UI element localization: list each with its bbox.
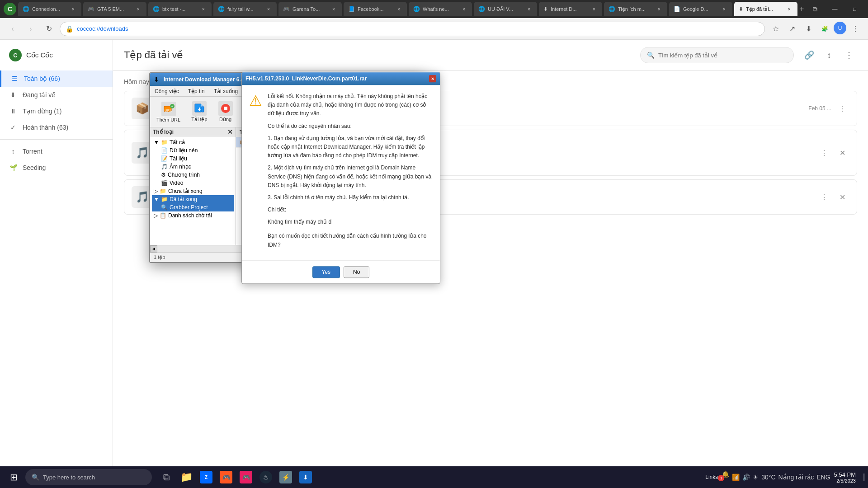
tab-close-icon[interactable]: ×	[70, 5, 77, 13]
sidebar-item-paused[interactable]: ⏸ Tạm dừng (1)	[0, 103, 113, 119]
tab-close-icon[interactable]: ×	[265, 5, 272, 13]
tab-whats-new[interactable]: 🌐 What's ne... ×	[409, 2, 472, 16]
back-button[interactable]: ‹	[5, 22, 20, 36]
taskbar-links-label: Links	[705, 474, 718, 480]
share-button[interactable]: ↗	[785, 22, 799, 36]
show-desktop-button[interactable]: ▕	[859, 474, 864, 481]
tab-garena[interactable]: 🎮 Garena To... ×	[278, 2, 342, 16]
idm-tree-all[interactable]: ▼ 📁 Tất cả	[152, 138, 234, 146]
minimize-button[interactable]: —	[826, 3, 844, 15]
tab-close-icon[interactable]: ×	[721, 5, 728, 13]
tab-close-icon[interactable]: ×	[395, 5, 402, 13]
taskbar-app-game1[interactable]: 🎮	[217, 468, 235, 486]
idm-tree-video[interactable]: 🎬 Video	[152, 179, 234, 187]
tab-google-docs[interactable]: 📄 Google D... ×	[669, 2, 732, 16]
taskbar-app-explorer[interactable]: 📁	[177, 468, 195, 486]
idm-tree-close-icon[interactable]: ✕	[227, 128, 233, 136]
address-bar[interactable]: 🔒 coccoc://downloads	[60, 22, 765, 36]
tab-tien-ich[interactable]: 🌐 Tiện ích m... ×	[604, 2, 667, 16]
download-more-btn[interactable]: ⋮	[817, 145, 831, 160]
tab-btx[interactable]: 🌐 btx test -... ×	[148, 2, 212, 16]
taskbar-app-task-view[interactable]: ⧉	[157, 468, 175, 486]
error-close-btn[interactable]: ✕	[429, 75, 436, 82]
idm-logo-icon: ⬇	[154, 76, 159, 83]
sidebar-item-all[interactable]: ☰ Toàn bộ (66)	[0, 70, 113, 87]
download-more-btn[interactable]: ⋮	[817, 190, 831, 204]
header-actions: 🔗 ↕ ⋮	[801, 47, 857, 63]
sidebar-item-torrent[interactable]: ↕ Torrent	[0, 143, 113, 160]
taskbar-network-icon[interactable]: 📶	[732, 474, 740, 481]
idm-add-url-btn[interactable]: URL + Thêm URL	[153, 100, 184, 124]
tab-close-icon[interactable]: ×	[200, 5, 207, 13]
tab-fairy[interactable]: 🌐 fairy tail w... ×	[213, 2, 277, 16]
restore-button[interactable]: ⧉	[806, 3, 824, 15]
forward-button[interactable]: ›	[24, 22, 38, 36]
download-close-btn[interactable]: ✕	[835, 190, 849, 204]
start-button[interactable]: ⊞	[4, 467, 24, 487]
taskbar-search[interactable]: 🔍 Type here to search	[25, 469, 152, 485]
tab-close-icon[interactable]: ×	[525, 5, 533, 13]
sidebar-item-seeding[interactable]: 🌱 Seeding	[0, 160, 113, 176]
taskbar-app-game2[interactable]: 🎮	[237, 468, 255, 486]
refresh-button[interactable]: ↻	[42, 22, 56, 36]
idm-tree-music[interactable]: 🎵 Âm nhạc	[152, 163, 234, 171]
download-nav-button[interactable]: ⬇	[801, 22, 816, 36]
idm-tree-completed[interactable]: ▼ 📁 Đã tải xong	[152, 195, 234, 203]
download-close-btn[interactable]: ✕	[835, 145, 849, 160]
new-tab-button[interactable]: +	[799, 3, 804, 15]
maximize-button[interactable]: □	[846, 3, 864, 15]
taskbar-notification-icon[interactable]: 🔔 1	[722, 470, 729, 484]
idm-tree-programs[interactable]: ⚙ Chương trình	[152, 171, 234, 179]
taskbar-apps: ⧉ 📁 Z 🎮 🎮 ♨ ⚡ ⬇	[157, 468, 315, 486]
idm-tree-queue[interactable]: ▷ 📋 Danh sách chờ tải	[152, 211, 234, 220]
tab-gta[interactable]: 🎮 GTA 5 EM... ×	[83, 2, 146, 16]
search-container: 🔍	[640, 47, 794, 63]
idm-tree-compressed[interactable]: 📄 Dữ liệu nén	[152, 146, 234, 155]
tab-close-icon[interactable]: ×	[590, 5, 598, 13]
error-cause3: 3. Sai lỗi chính tả ở tên máy chủ. Hãy k…	[268, 193, 433, 202]
taskbar-app-steam[interactable]: ♨	[257, 468, 275, 486]
tree-expand-icon: ▼	[154, 196, 159, 202]
tab-close-icon[interactable]: ×	[786, 5, 793, 13]
sidebar-item-completed[interactable]: ✓ Hoàn thành (63)	[0, 119, 113, 136]
extensions-button[interactable]: 🧩	[817, 22, 832, 36]
error-yes-button[interactable]: Yes	[312, 266, 340, 278]
menu-button[interactable]: ⋮	[848, 22, 863, 36]
taskbar-app-idm[interactable]: ⬇	[297, 468, 315, 486]
tab-facebook[interactable]: 📘 Facebook... ×	[344, 2, 407, 16]
idm-download-file-btn[interactable]: Tải tệp	[188, 99, 211, 124]
sidebar-item-downloading-label: Đang tải về	[23, 91, 104, 99]
tab-internet-dl[interactable]: ⬇ Internet D... ×	[539, 2, 602, 16]
idm-tree-docs[interactable]: 📝 Tài liệu	[152, 155, 234, 163]
taskbar-clock[interactable]: 5:54 PM 2/5/2023	[834, 471, 856, 483]
idm-stop-btn[interactable]: Dừng	[215, 99, 236, 124]
idm-tree-grabber[interactable]: 🔍 Grabber Project	[152, 203, 234, 211]
more-options-button[interactable]: ⋮	[841, 47, 857, 63]
svg-text:+: +	[171, 104, 173, 108]
profile-avatar[interactable]: U	[834, 22, 846, 34]
idm-tree-incomplete[interactable]: ▷ 📁 Chưa tải xong	[152, 187, 234, 195]
taskbar-app-misc[interactable]: ⚡	[277, 468, 295, 486]
close-button[interactable]: ✕	[866, 3, 868, 15]
link-button[interactable]: 🔗	[801, 47, 817, 63]
taskbar-sound-icon[interactable]: 🔊	[742, 474, 750, 481]
taskbar-lang-text[interactable]: ENG	[816, 474, 830, 481]
taskbar-app-zalo[interactable]: Z	[197, 468, 215, 486]
tab-uu-dai[interactable]: 🌐 UU ĐÃI V... ×	[474, 2, 537, 16]
tab-connexion[interactable]: 🌐 Connexion... ×	[18, 2, 81, 16]
search-input[interactable]	[658, 52, 787, 59]
idm-menu-cong-viec[interactable]: Công việc	[150, 86, 184, 96]
sort-button[interactable]: ↕	[821, 47, 837, 63]
tab-close-icon[interactable]: ×	[330, 5, 337, 13]
download-more-btn[interactable]: ⋮	[835, 101, 849, 116]
error-no-button[interactable]: No	[344, 266, 369, 278]
idm-menu-tep-tin[interactable]: Tệp tin	[184, 86, 209, 96]
idm-menu-tai-xuong[interactable]: Tải xuống	[209, 86, 242, 96]
tab-close-icon[interactable]: ×	[460, 5, 467, 13]
bookmark-button[interactable]: ☆	[769, 22, 783, 36]
tab-downloads[interactable]: ⬇ Tệp đã tải... ×	[734, 2, 797, 16]
tab-close-icon[interactable]: ×	[135, 5, 142, 13]
sidebar-item-downloading[interactable]: ⬇ Đang tải về	[0, 87, 113, 103]
tab-close-icon[interactable]: ×	[656, 5, 663, 13]
hscrollbar-left-btn[interactable]: ◄	[150, 245, 157, 253]
